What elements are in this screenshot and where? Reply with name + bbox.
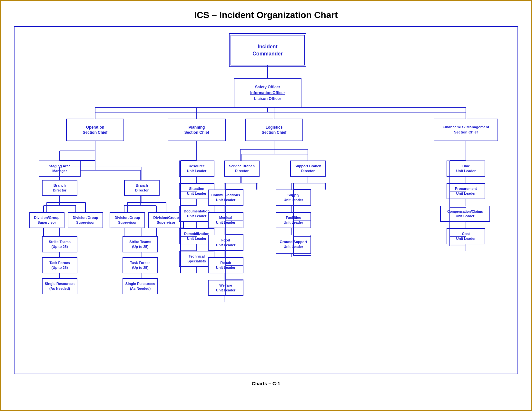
div-group-sup-1a-box: Division/Group Supervisor — [29, 212, 64, 228]
time-unit-leader-box: Time Unit Leader — [447, 161, 485, 177]
safety-officer: Safety Officer — [250, 84, 285, 90]
page-title: ICS – Incident Organization Chart — [4, 4, 528, 24]
staging-area-manager-box: Staging Area Manager — [39, 161, 81, 177]
chart-container: Incident Commander Safety Officer Inform… — [18, 32, 517, 360]
task-forces-1-box: Task Forces (Up to 25) — [42, 257, 77, 273]
procurement-unit-leader-box: Procurement Unit Leader — [447, 183, 485, 199]
div-group-sup-1b-box: Division/Group Supervisor — [68, 212, 103, 228]
information-officer: Information Officer — [250, 90, 285, 96]
branch-director-1-box: Branch Director — [42, 180, 77, 196]
strike-teams-2-box: Strike Teams (Up to 25) — [123, 236, 158, 252]
single-resources-1-box: Single Resources (As Needed) — [42, 278, 77, 294]
staff-officers-box: Safety Officer Information Officer Liais… — [234, 78, 301, 107]
div-group-sup-2a-box: Division/Group Supervisor — [110, 212, 145, 228]
task-forces-2-box: Task Forces (Up to 25) — [123, 257, 158, 273]
communications-unit-leader-box: Communications Unit Leader — [208, 190, 243, 206]
branch-director-2-box: Branch Director — [124, 180, 160, 196]
single-resources-2-box: Single Resources (As Needed) — [123, 278, 158, 294]
footer-text: Charts – C-1 — [4, 377, 528, 388]
operation-section-chief-box: Operation Section Chief — [66, 119, 124, 141]
support-branch-director-box: Support Branch Director — [290, 161, 326, 177]
finance-section-chief-box: Finance/Risk Management Section Chief — [434, 119, 498, 141]
planning-section-chief-box: Planning Section Chief — [168, 119, 226, 141]
resource-unit-leader-box: Resource Unit Leader — [179, 161, 214, 177]
supply-unit-leader-box: Supply Unit Leader — [276, 190, 311, 206]
food-unit-leader-box: Food Unit Leader — [208, 235, 243, 251]
service-branch-director-box: Service Branch Director — [224, 161, 260, 177]
liaison-officer: Liaison Officer — [250, 96, 285, 102]
chart-border: Incident Commander Safety Officer Inform… — [14, 26, 518, 374]
welfare-unit-leader-box: Welfare Unit Leader — [208, 280, 243, 296]
strike-teams-1-box: Strike Teams (Up to 25) — [42, 236, 77, 252]
compensation-claims-unit-leader-box: Compensation/Claims Unit Leader — [440, 206, 490, 222]
page: ICS – Incident Organization Chart — [0, 0, 532, 411]
ground-support-unit-leader-box: Ground Support Unit Leader — [276, 235, 311, 254]
cost-unit-leader-box: Cost Unit Leader — [447, 228, 485, 244]
logistics-section-chief-box: Logistics Section Chief — [245, 119, 303, 141]
incident-commander-box: Incident Commander — [231, 35, 305, 65]
medical-unit-leader-box: Medical Unit Leader — [208, 212, 243, 228]
facilities-unit-leader-box: Facilities Unit Leader — [276, 212, 311, 228]
div-group-sup-2b-box: Division/Group Supervisor — [148, 212, 184, 228]
rehab-unit-leader-box: Rehab Unit Leader — [208, 257, 243, 273]
